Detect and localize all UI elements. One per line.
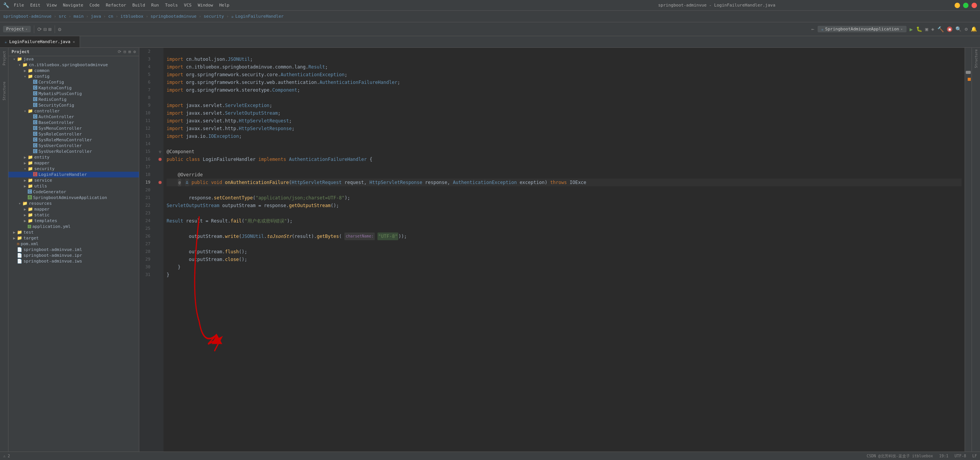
breadcrumb-src[interactable]: src [58,14,66,19]
linenum-7: 7 [139,86,154,94]
profile-button[interactable]: ◈ [931,26,934,32]
menu-help[interactable]: Help [219,3,230,8]
menu-build[interactable]: Build [132,3,145,8]
tree-node-pomxml[interactable]: m pom.xml [8,241,139,247]
tab-close-button[interactable]: ✕ [73,40,75,44]
maximize-button[interactable] [963,3,968,8]
tree-node-iml[interactable]: 📄 springboot-adminvue.iml [8,247,139,253]
tree-node-corsconfig[interactable]: 🅲 CorsConfig [8,79,139,85]
menu-navigate[interactable]: Navigate [63,3,83,8]
tree-node-redisconfig[interactable]: 🅲 RedisConfig [8,97,139,102]
tree-action-expand[interactable]: ⊞ [129,49,131,54]
menu-window[interactable]: Window [198,3,213,8]
tree-node-ipr[interactable]: 📄 springboot-adminvue.ipr [8,253,139,258]
gutter-fold-15[interactable]: ▽ [157,148,164,156]
tree-action-settings[interactable]: ⚙ [133,49,136,54]
breadcrumb-java[interactable]: java [91,14,101,19]
tree-node-codegenerator[interactable]: 🅲 CodeGenerator [8,189,139,195]
toolbar-collapse-icon[interactable]: ⊟ [43,26,47,32]
tree-node-test[interactable]: ▶ 📁 test [8,229,139,235]
tree-node-cn-package[interactable]: ▾ 📁 cn.itbluebox.springbootadminvue [8,62,139,68]
scrollbar-thumb[interactable] [966,71,971,74]
toolbar-expand-icon[interactable]: ⊞ [48,26,51,32]
minimize-button[interactable] [955,3,960,8]
menu-tools[interactable]: Tools [165,3,178,8]
breadcrumb-cn[interactable]: cn [108,14,113,19]
project-dropdown[interactable]: Project ▾ [3,26,31,32]
stop-button[interactable]: ■ [947,27,952,32]
tree-node-templates[interactable]: ▶ 📁 templates [8,218,139,224]
breadcrumb-itbluebox[interactable]: itbluebox [120,14,144,19]
tree-node-sysrolemenuctrl[interactable]: 🅲 SysRoleMenuController [8,137,139,143]
tree-node-security[interactable]: ▾ 📁 security [8,166,139,172]
tree-node-mapper[interactable]: ▶ 📁 mapper [8,160,139,166]
linenum-12: 12 [139,125,154,132]
toolbar-settings-icon[interactable]: ⚙ [58,26,61,32]
tree-action-sync[interactable]: ⟳ [118,49,121,54]
tree-node-service[interactable]: ▶ 📁 service [8,177,139,183]
linenum-22: 22 [139,202,154,209]
tree-arrow-target: ▶ [12,236,17,240]
tree-node-target[interactable]: ▶ 📁 target [8,235,139,241]
close-button[interactable] [972,3,977,8]
menu-edit[interactable]: Edit [30,3,41,8]
menu-code[interactable]: Code [89,3,100,8]
toolbar-back-icon[interactable]: ← [811,26,815,32]
tree-node-loginfailurehandler[interactable]: 🅲 LoginFailureHandler [8,172,139,177]
tree-node-applicationyml[interactable]: 🅰 application.yml [8,224,139,229]
tree-node-sysuserrolecontroller[interactable]: 🅲 SysUserRoleController [8,149,139,154]
menu-bar[interactable]: File Edit View Navigate Code Refactor Bu… [14,3,229,8]
tree-node-static[interactable]: ▶ 📁 static [8,212,139,218]
tree-node-springbootapp[interactable]: 🅰 SpringbootAdminvueApplication [8,195,139,201]
breakpoint-16 [159,158,162,161]
tree-node-config[interactable]: ▾ 📁 config [8,74,139,79]
breadcrumb-security[interactable]: security [204,14,224,19]
tree-arrow-static: ▶ [22,213,28,217]
menu-file[interactable]: File [14,3,24,8]
breadcrumb-springbootadminvue[interactable]: springbootadminvue [150,14,196,19]
notifications-icon[interactable]: 🔔 [971,26,977,32]
run-button[interactable]: ▶ [910,26,913,32]
tree-node-entity[interactable]: ▶ 📁 entity [8,154,139,160]
breadcrumb-file[interactable]: LoginFailureHandler [235,14,284,19]
toolbar-sync-icon[interactable]: ⟳ [37,26,42,32]
structure-panel-toggle-left[interactable]: Structure [1,80,8,102]
project-panel-toggle[interactable]: Project [1,49,8,67]
tree-node-iws[interactable]: 📄 springboot-adminvue.iws [8,258,139,264]
folder-icon-templates: 📁 [28,218,33,223]
tree-node-java[interactable]: ▾ 📁 java [8,56,139,62]
menu-refactor[interactable]: Refactor [106,3,126,8]
tree-node-basecontroller[interactable]: 🅲 BaseController [8,120,139,125]
code-area[interactable]: import cn.hutool.json. JSONUtil ; import… [164,48,965,452]
tree-node-common[interactable]: ▶ 📁 common [8,68,139,74]
debug-button[interactable]: 🐛 [916,26,922,32]
tree-node-mybatisplus[interactable]: 🅲 MybatisPlusConfig [8,91,139,97]
tree-node-resources[interactable]: ▾ 📁 resources [8,201,139,206]
tree-node-sysmenucontroller[interactable]: 🅲 SysMenuController [8,125,139,131]
build-icon[interactable]: 🔨 [937,26,944,32]
breadcrumb-project[interactable]: springboot-adminvue [3,14,52,19]
search-button[interactable]: 🔍 [955,26,962,32]
coverage-button[interactable]: ▣ [925,26,928,32]
java-icon-redis: 🅲 [33,97,37,102]
tree-node-kaptchaconfig[interactable]: 🅲 KaptchaConfig [8,85,139,91]
tree-node-controller[interactable]: ▾ 📁 controller [8,108,139,114]
tree-node-utils[interactable]: ▶ 📁 utils [8,183,139,189]
tree-node-securityconfig[interactable]: 🅲 SecurityConfig [8,102,139,108]
structure-label[interactable]: Structure [974,49,978,68]
settings-icon[interactable]: ⚙ [965,26,968,32]
gutter-12 [157,125,164,132]
tree-node-mapper-res[interactable]: ▶ 📁 mapper [8,206,139,212]
breadcrumb-main[interactable]: main [73,14,84,19]
status-encoding: UTF-8 [955,454,966,458]
menu-run[interactable]: Run [151,3,159,8]
tree-label-config: config [34,74,50,79]
menu-view[interactable]: View [47,3,57,8]
tab-loginfailurehandler[interactable]: ☕ LoginFailureHandler.java ✕ [0,36,80,47]
tree-node-authcontroller[interactable]: 🅲 AuthController [8,114,139,120]
tree-node-sysrolecontroller[interactable]: 🅲 SysRoleController [8,131,139,137]
run-config-dropdown[interactable]: ☕ SpringbootAdminvueApplication ▾ [818,26,907,32]
tree-action-collapse[interactable]: ⊟ [124,49,126,54]
menu-vcs[interactable]: VCS [184,3,192,8]
tree-node-sysusercontroller[interactable]: 🅲 SysUserController [8,143,139,149]
